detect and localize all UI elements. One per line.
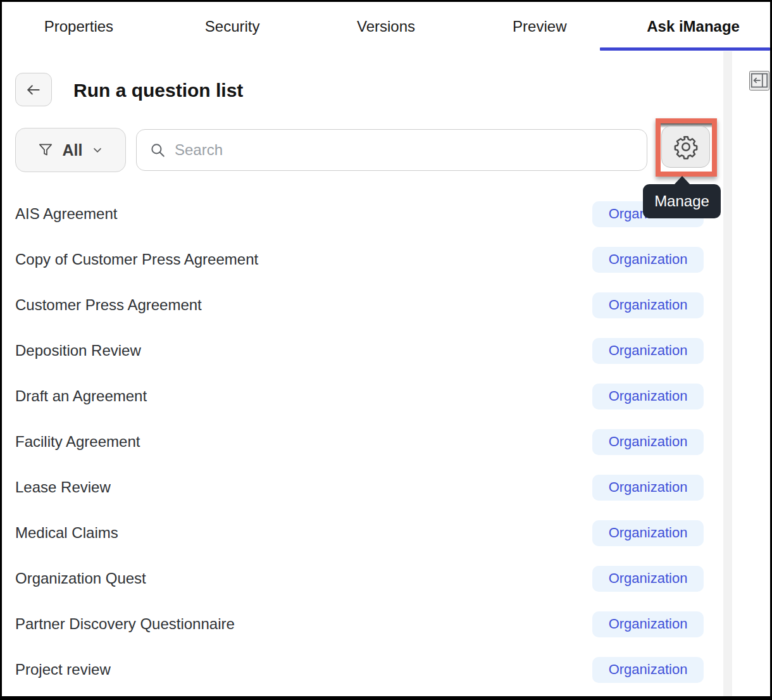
manage-settings-button[interactable] <box>661 126 710 168</box>
question-list-label: Partner Discovery Questionnaire <box>15 615 592 633</box>
question-list-label: Deposition Review <box>15 342 592 359</box>
scope-badge: Organization <box>592 292 704 318</box>
tab-bar: Properties Security Versions Preview Ask… <box>2 2 770 51</box>
scope-badge: Organization <box>592 475 704 501</box>
active-tab-underline <box>600 47 770 51</box>
question-list-item[interactable]: Partner Discovery Questionnaire Organiza… <box>2 601 723 647</box>
question-list: AIS Agreement Organization Copy of Custo… <box>2 191 723 692</box>
search-input[interactable] <box>175 141 634 159</box>
question-list-item[interactable]: AIS Agreement Organization <box>2 191 723 237</box>
scope-badge: Organization <box>592 429 704 455</box>
ask-imanage-panel: Properties Security Versions Preview Ask… <box>0 0 772 700</box>
question-list-label: Organization Quest <box>15 570 592 587</box>
tab-preview[interactable]: Preview <box>463 18 616 35</box>
manage-tooltip-label: Manage <box>654 192 709 210</box>
scope-badge: Organization <box>592 384 704 409</box>
scope-badge: Organization <box>592 520 704 546</box>
annotation-highlight-box <box>656 118 717 177</box>
question-list-item[interactable]: Deposition Review Organization <box>2 328 723 373</box>
scope-badge: Organization <box>592 611 704 637</box>
gear-icon <box>673 134 699 160</box>
filter-selected-value: All <box>63 141 83 159</box>
question-list-label: Project review <box>15 661 592 678</box>
question-list-item[interactable]: Medical Claims Organization <box>2 510 723 556</box>
back-button[interactable] <box>15 73 52 106</box>
manage-tooltip: Manage <box>643 184 721 218</box>
magnifier-icon <box>149 142 166 158</box>
search-box <box>136 129 647 171</box>
question-list-label: Medical Claims <box>15 524 592 542</box>
question-list-item[interactable]: Project review Organization <box>2 647 723 692</box>
scope-badge: Organization <box>592 338 704 364</box>
panel-divider <box>723 51 732 696</box>
funnel-icon <box>37 142 54 158</box>
tab-ask-imanage[interactable]: Ask iManage <box>616 18 770 35</box>
question-list-label: Draft an Agreement <box>15 387 592 405</box>
question-list-item[interactable]: Copy of Customer Press Agreement Organiz… <box>2 237 723 282</box>
question-list-item[interactable]: Lease Review Organization <box>2 465 723 510</box>
page-title: Run a question list <box>73 80 243 101</box>
question-list-label: Facility Agreement <box>15 433 592 451</box>
tab-properties[interactable]: Properties <box>2 18 156 35</box>
question-list-label: AIS Agreement <box>15 205 592 223</box>
question-list-item[interactable]: Draft an Agreement Organization <box>2 373 723 419</box>
scope-badge: Organization <box>592 247 704 273</box>
question-list-item[interactable]: Facility Agreement Organization <box>2 419 723 465</box>
question-list-item[interactable]: Customer Press Agreement Organization <box>2 282 723 328</box>
scope-badge: Organization <box>592 566 704 592</box>
tab-security[interactable]: Security <box>156 18 309 35</box>
question-list-label: Copy of Customer Press Agreement <box>15 251 592 268</box>
question-list-label: Customer Press Agreement <box>15 296 592 314</box>
question-list-label: Lease Review <box>15 478 592 496</box>
filter-dropdown[interactable]: All <box>15 128 126 172</box>
collapse-panel-left-icon[interactable] <box>749 71 769 91</box>
arrow-left-icon <box>24 82 43 98</box>
chevron-down-icon <box>91 144 104 156</box>
tab-versions[interactable]: Versions <box>309 18 463 35</box>
scope-badge: Organization <box>592 657 704 683</box>
question-list-item[interactable]: Organization Quest Organization <box>2 556 723 601</box>
